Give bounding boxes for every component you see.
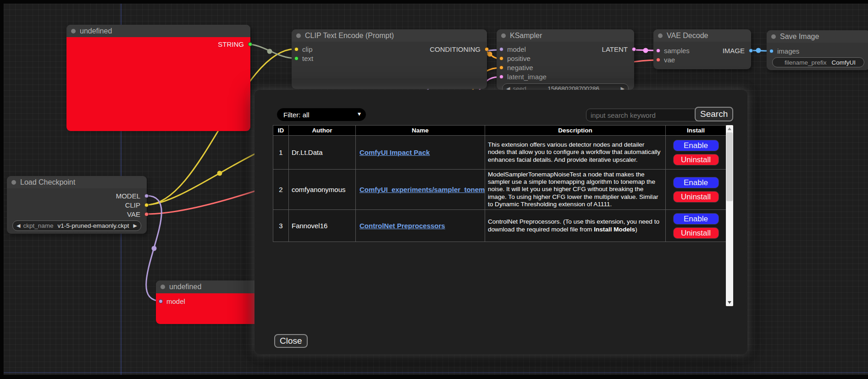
table-scrollbar[interactable] (726, 125, 733, 306)
extension-id: 2 (273, 170, 289, 210)
custom-nodes-manager-dialog: Filter: all ▾ Search ID Author Name Desc… (254, 90, 747, 354)
uninstall-button[interactable]: Uninstall (673, 154, 719, 165)
output-socket-clip[interactable] (144, 203, 149, 207)
extension-table: ID Author Name Description Install 1 Dr.… (273, 125, 726, 242)
input-socket-text[interactable] (294, 56, 299, 60)
input-label: clip (302, 45, 313, 53)
output-label: LATENT (602, 45, 628, 53)
extension-row: 2 comfyanonymous ComfyUI_experiments/sam… (273, 170, 726, 210)
uninstall-button[interactable]: Uninstall (673, 191, 719, 203)
output-label: STRING (218, 40, 244, 48)
extension-row: 1 Dr.Lt.Data ComfyUI Impact Pack This ex… (273, 136, 726, 170)
header-id: ID (273, 126, 289, 136)
widget-value: ComfyUI (831, 59, 856, 66)
extension-id: 1 (273, 136, 289, 170)
output-socket-model[interactable] (144, 194, 149, 198)
input-label: model (166, 297, 185, 305)
output-socket-image[interactable] (749, 49, 753, 53)
input-label: negative (507, 64, 533, 71)
enable-button[interactable]: Enable (673, 177, 719, 188)
input-socket-images[interactable] (769, 49, 774, 53)
node-title-bar: undefined (66, 25, 250, 37)
enable-button[interactable]: Enable (673, 140, 719, 151)
header-author: Author (289, 126, 356, 136)
input-label: positive (507, 55, 531, 62)
node-title-bar: KSampler (497, 29, 634, 42)
filter-select[interactable]: Filter: all (277, 108, 366, 121)
node-status-dot[interactable] (501, 33, 506, 38)
node-title: Save Image (780, 33, 819, 41)
extension-link[interactable]: ComfyUI_experiments/sampler_tonemap (359, 186, 485, 193)
widget-increment-icon[interactable]: ▶ (133, 223, 137, 228)
node-title-bar: CLIP Text Encode (Prompt) (292, 29, 487, 42)
canvas-origin-axis-horizontal (4, 372, 868, 373)
extension-link[interactable]: ControlNet Preprocessors (359, 222, 445, 230)
input-label: samples (664, 47, 690, 55)
output-label: MODEL (116, 192, 140, 200)
extension-author: comfyanonymous (289, 170, 356, 210)
input-socket-model[interactable] (499, 47, 503, 51)
node-status-dot[interactable] (771, 34, 776, 39)
output-label: CONDITIONING (430, 45, 481, 53)
extension-id: 3 (273, 210, 289, 242)
node-status-dot[interactable] (160, 285, 165, 289)
header-install: Install (666, 126, 726, 136)
node-title: KSampler (510, 32, 542, 40)
output-label: VAE (127, 210, 140, 218)
node-title: VAE Decode (667, 32, 708, 40)
node-title-bar: Save Image (767, 30, 868, 43)
node-title: CLIP Text Encode (Prompt) (305, 32, 394, 40)
node-status-dot[interactable] (296, 33, 301, 38)
search-input[interactable] (586, 109, 701, 121)
node-status-dot[interactable] (71, 29, 76, 33)
node-clip-text-encode[interactable]: CLIP Text Encode (Prompt) clip CONDITION… (292, 29, 487, 89)
table-header-row: ID Author Name Description Install (273, 126, 726, 136)
scroll-down-icon[interactable] (726, 299, 733, 306)
node-save-image[interactable]: Save Image images filename_prefix ComfyU… (767, 30, 868, 70)
ckpt-name-widget[interactable]: ◀ ckpt_name v1-5-pruned-emaonly.ckpt ▶ (12, 220, 141, 231)
scroll-up-icon[interactable] (726, 126, 733, 132)
node-status-dot[interactable] (11, 180, 16, 185)
widget-decrement-icon[interactable]: ◀ (17, 223, 20, 228)
output-socket-latent[interactable] (632, 47, 636, 51)
node-vae-decode[interactable]: VAE Decode samples IMAGE vae (653, 29, 751, 69)
filter-select-wrap: Filter: all ▾ (277, 108, 366, 121)
extension-description: ControlNet Preprocessors. (To use this e… (485, 210, 666, 242)
input-socket-clip[interactable] (294, 47, 299, 51)
scrollbar-thumb[interactable] (726, 132, 733, 201)
node-status-dot[interactable] (658, 33, 663, 38)
output-socket-vae[interactable] (144, 212, 149, 216)
header-description: Description (485, 126, 666, 136)
input-socket-samples[interactable] (656, 49, 660, 53)
widget-label: ckpt_name (23, 222, 53, 229)
input-label: model (507, 45, 526, 53)
node-title-bar: Load Checkpoint (7, 176, 147, 188)
uninstall-button[interactable]: Uninstall (673, 227, 719, 239)
output-label: CLIP (125, 201, 140, 209)
input-socket-model[interactable] (159, 299, 163, 303)
node-title-bar: undefined (156, 280, 260, 293)
search-button[interactable]: Search (695, 107, 733, 121)
widget-value: v1-5-pruned-emaonly.ckpt (58, 222, 129, 229)
output-socket-string[interactable] (248, 42, 252, 46)
output-socket-conditioning[interactable] (485, 47, 489, 51)
enable-button[interactable]: Enable (673, 213, 719, 225)
node-undefined-bottom[interactable]: undefined model (156, 280, 260, 321)
filename-prefix-widget[interactable]: filename_prefix ComfyUI (772, 57, 864, 67)
input-socket-vae[interactable] (656, 58, 660, 62)
comfyui-app: undefined STRING CLIP Text Encode (Promp… (0, 0, 868, 379)
node-undefined-top[interactable]: undefined STRING (66, 25, 250, 129)
header-name: Name (356, 126, 485, 136)
node-ksampler[interactable]: KSampler model LATENT positive negative (497, 29, 634, 90)
node-load-checkpoint[interactable]: Load Checkpoint MODEL CLIP VAE ◀ ckpt_na… (7, 176, 147, 234)
close-button[interactable]: Close (274, 334, 308, 348)
node-title: Load Checkpoint (20, 178, 75, 187)
input-label: text (302, 55, 313, 62)
extension-link[interactable]: ComfyUI Impact Pack (359, 148, 430, 156)
input-socket-negative[interactable] (499, 66, 503, 70)
input-socket-positive[interactable] (499, 56, 503, 60)
input-socket-latent-image[interactable] (499, 75, 503, 79)
input-label: latent_image (507, 73, 547, 81)
node-title-bar: VAE Decode (653, 29, 751, 42)
widget-label: filename_prefix (785, 59, 827, 66)
